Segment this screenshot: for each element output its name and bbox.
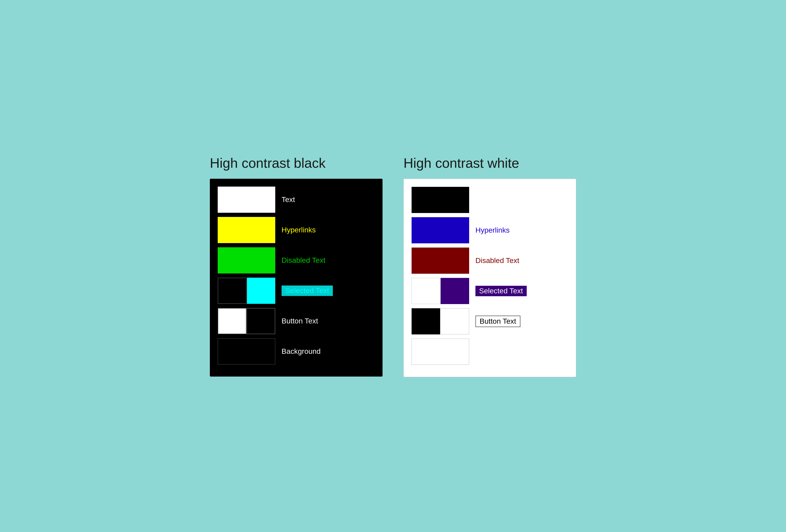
black-double-selected: [218, 278, 275, 304]
white-swatch-selected: [412, 278, 469, 304]
black-swatch-background: [218, 338, 275, 365]
white-label-hyperlinks: Hyperlinks: [476, 226, 510, 234]
black-color-selected-2: [247, 278, 275, 304]
black-swatch-hyperlinks: [218, 217, 275, 243]
black-swatch-selected: [218, 278, 275, 304]
white-color-selected-1: [412, 278, 441, 304]
white-color-button-1: [412, 308, 440, 334]
black-row-button: Button Text: [218, 308, 375, 334]
black-color-button-1: [218, 308, 247, 334]
black-row-background: Background: [218, 338, 375, 365]
black-color-text: [218, 187, 275, 213]
white-swatch-text: [412, 187, 469, 213]
black-color-background: [218, 338, 275, 365]
white-row-background: [412, 339, 568, 365]
white-swatch-hyperlinks: [412, 217, 469, 244]
black-label-selected: Selected Text: [281, 285, 333, 296]
black-row-hyperlinks: Hyperlinks: [218, 217, 375, 243]
black-swatch-text: [218, 187, 275, 213]
black-swatch-disabled: [218, 247, 275, 274]
white-row-disabled: Disabled Text: [412, 248, 568, 274]
black-color-disabled: [218, 247, 275, 274]
black-row-selected: Selected Text: [218, 278, 375, 304]
white-label-selected: Selected Text: [476, 286, 527, 296]
white-section-title: High contrast white: [403, 155, 576, 171]
black-label-disabled: Disabled Text: [281, 256, 325, 264]
white-color-disabled: [412, 248, 469, 274]
white-row-selected: Selected Text: [412, 278, 568, 304]
black-row-text: Text: [218, 187, 375, 213]
white-color-hyperlinks: [412, 217, 469, 244]
black-swatch-button: [218, 308, 275, 334]
white-label-disabled: Disabled Text: [476, 256, 519, 265]
white-swatch-disabled: [412, 248, 469, 274]
white-double-button: [412, 308, 469, 334]
white-double-selected: [412, 278, 469, 304]
page-wrapper: High contrast black Text Hyperlinks: [210, 155, 576, 377]
white-swatch-button: [412, 308, 469, 334]
white-row-text: [412, 187, 568, 213]
black-row-disabled: Disabled Text: [218, 247, 375, 274]
black-color-button-2: [247, 308, 275, 334]
white-color-background: [412, 339, 469, 365]
white-contrast-section: High contrast white Hyperlinks: [403, 155, 576, 377]
black-double-button: [218, 308, 275, 334]
black-label-hyperlinks: Hyperlinks: [281, 226, 316, 234]
black-panel: Text Hyperlinks Disabled Text: [210, 179, 383, 376]
black-section-title: High contrast black: [210, 155, 383, 171]
black-contrast-section: High contrast black Text Hyperlinks: [210, 155, 383, 376]
black-label-background: Background: [281, 347, 321, 356]
white-swatch-background: [412, 339, 469, 365]
black-color-selected-1: [218, 278, 247, 304]
black-label-button: Button Text: [281, 317, 318, 325]
white-panel: Hyperlinks Disabled Text Selected Text: [403, 179, 576, 377]
white-color-text: [412, 187, 469, 213]
black-color-hyperlinks: [218, 217, 275, 243]
white-row-hyperlinks: Hyperlinks: [412, 217, 568, 244]
white-color-selected-2: [441, 278, 469, 304]
white-row-button: Button Text: [412, 308, 568, 334]
white-label-button: Button Text: [476, 316, 521, 327]
white-color-button-2: [440, 308, 469, 334]
black-label-text: Text: [281, 195, 295, 204]
